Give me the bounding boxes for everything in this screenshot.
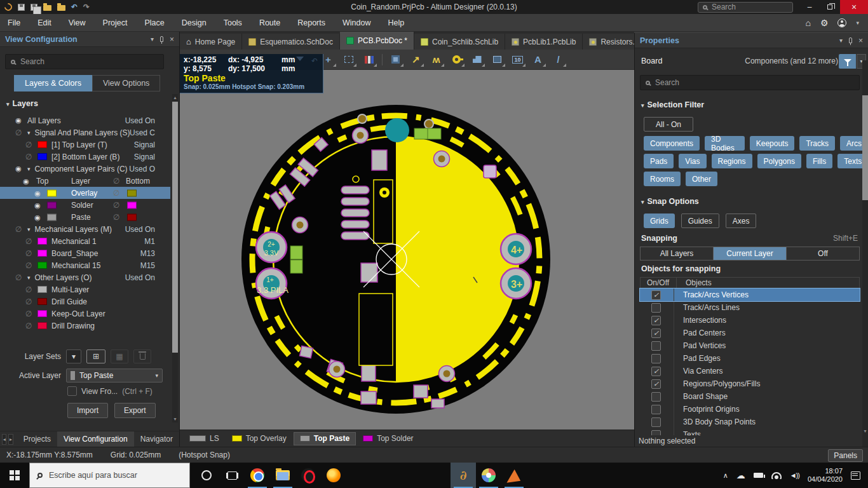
snap-options-header[interactable]: ▾Snap Options <box>641 197 699 206</box>
undo-icon[interactable]: ↶ <box>71 3 78 11</box>
eye-off-icon[interactable]: ∅ <box>24 309 33 318</box>
eye-off-icon[interactable]: ∅ <box>112 213 121 222</box>
layer-row-all-layers[interactable]: ◉ All Layers Used On <box>0 114 170 126</box>
layer-color-swatch[interactable] <box>37 310 47 317</box>
route-tool-icon[interactable]: ↗ <box>409 53 423 67</box>
doc-tab-esquematico[interactable]: Esquematico.SchDoc <box>242 34 340 50</box>
tab-navigator[interactable]: Navigator <box>134 431 179 447</box>
checkbox[interactable]: ✓ <box>651 329 661 338</box>
cortana-button[interactable] <box>194 463 219 488</box>
volume-icon[interactable]: ◄)) <box>790 471 799 479</box>
eye-off-icon[interactable]: ∅ <box>24 249 33 258</box>
right-panel-scrollbar[interactable]: ▾ <box>862 60 868 447</box>
global-search-input[interactable] <box>712 3 788 11</box>
line-tool-icon[interactable]: / <box>551 53 566 67</box>
snap-object-row[interactable]: Board Shape <box>640 390 860 403</box>
eye-off-icon[interactable]: ∅ <box>14 225 23 234</box>
layer-color-swatch[interactable] <box>37 153 47 160</box>
pad-tool-icon[interactable] <box>362 53 376 67</box>
checkbox[interactable] <box>651 405 661 414</box>
bottom-solder-swatch[interactable] <box>127 201 137 208</box>
open-folder-icon[interactable] <box>43 5 51 11</box>
menu-reports[interactable]: Reports <box>297 18 325 27</box>
global-search-box[interactable] <box>698 2 793 13</box>
filter-pads-button[interactable]: Pads <box>644 154 674 168</box>
eye-off-icon[interactable]: ∅ <box>14 273 23 282</box>
wifi-icon[interactable] <box>771 472 782 479</box>
view-from-checkbox[interactable] <box>67 386 77 396</box>
menu-view[interactable]: View <box>69 18 86 27</box>
eye-on-icon[interactable]: ◉ <box>33 189 42 197</box>
top-solder-swatch[interactable] <box>47 201 57 208</box>
filter-tracks-button[interactable]: Tracks <box>799 136 835 151</box>
component-tool-icon[interactable] <box>388 53 403 67</box>
eye-off-icon[interactable]: ∅ <box>24 285 33 294</box>
pin-icon[interactable] <box>160 36 163 42</box>
snap-object-row[interactable]: ✓Pad Centers <box>640 327 860 339</box>
selection-filter-header[interactable]: ▾Selection Filter <box>641 100 704 109</box>
eye-on-icon[interactable]: ◉ <box>33 201 42 209</box>
filter-regions-button[interactable]: Regions <box>712 154 752 168</box>
menu-window[interactable]: Window <box>342 18 370 27</box>
user-dropdown-icon[interactable]: ▾ <box>856 20 859 26</box>
expand-icon[interactable]: ▾ <box>27 130 31 136</box>
layers-search-box[interactable] <box>5 54 164 69</box>
all-on-button[interactable]: All - On <box>644 117 693 132</box>
matlab-button[interactable] <box>501 463 527 488</box>
snap-guides-button[interactable]: Guides <box>681 214 719 228</box>
home-icon[interactable]: ⌂ <box>805 18 810 28</box>
polygon-tool-icon[interactable] <box>470 53 484 67</box>
filter-keepouts-button[interactable]: Keepouts <box>750 136 795 151</box>
pcb-editor-canvas[interactable]: 2+ 3.3V 1+ 3.3 PILA 4+ 3+ <box>180 70 634 430</box>
scroll-up-icon[interactable]: ▴ <box>172 95 178 100</box>
scroll-down-icon[interactable]: ▾ <box>862 428 868 434</box>
layer-row-top-layer[interactable]: ∅ [1] Top Layer (T) Signal <box>0 139 170 151</box>
save-icon[interactable] <box>18 4 25 11</box>
filter-other-button[interactable]: Other <box>686 172 717 186</box>
top-paste-swatch[interactable] <box>47 214 57 220</box>
eye-off-icon[interactable]: ∅ <box>24 322 33 330</box>
menu-tools[interactable]: Tools <box>224 18 242 27</box>
top-overlay-swatch[interactable] <box>47 189 57 196</box>
menu-help[interactable]: Help <box>388 18 404 27</box>
start-button[interactable] <box>0 463 29 488</box>
doc-tab-coin-schlib[interactable]: Coin_Schlib.SchLib <box>414 34 505 50</box>
eye-off-icon[interactable]: ∅ <box>24 237 33 246</box>
layer-group-mechanical[interactable]: ∅ ▾ Mechanical Layers (M) Used On <box>0 223 170 235</box>
layer-row-drill-drawing[interactable]: ∅ Drill Drawing <box>0 320 170 332</box>
differential-pair-tool-icon[interactable]: ʍ <box>429 53 444 67</box>
snapping-off[interactable]: Off <box>787 247 859 260</box>
region-tool-icon[interactable] <box>490 53 505 67</box>
eye-on-icon[interactable]: ◉ <box>33 213 42 221</box>
layer-color-swatch[interactable] <box>37 322 47 329</box>
snap-object-row[interactable]: Footprint Origins <box>640 403 860 416</box>
taskbar-search-box[interactable] <box>29 463 190 488</box>
layer-group-other[interactable]: ∅ ▾ Other Layers (O) Used On <box>0 271 170 283</box>
menu-place[interactable]: Place <box>144 18 164 27</box>
left-panel-scrollbar[interactable]: ▴ ▾ <box>172 94 178 423</box>
eye-off-icon[interactable]: ∅ <box>112 201 121 210</box>
layer-pair-solder[interactable]: ◉ Solder ∅ <box>0 199 170 211</box>
close-button[interactable]: × <box>840 0 868 14</box>
filter-vias-button[interactable]: Vias <box>679 154 706 168</box>
onedrive-icon[interactable]: ☁ <box>736 470 745 480</box>
user-icon[interactable] <box>837 18 846 27</box>
tab-layers-and-colors[interactable]: Layers & Colors <box>14 75 92 92</box>
layer-group-signal-plane[interactable]: ∅ ▾ Signal And Plane Layers (S) Used C <box>0 126 170 139</box>
doc-tab-pcb[interactable]: PCB.PcbDoc * <box>340 32 414 50</box>
battery-icon[interactable] <box>754 473 763 478</box>
filter-fills-button[interactable]: Fills <box>806 154 832 168</box>
taskbar-clock[interactable]: 18:07 04/04/2020 <box>808 467 843 484</box>
eye-off-icon[interactable]: ∅ <box>14 128 23 137</box>
layer-pair-overlay[interactable]: ◉ Overlay ∅ <box>0 187 170 199</box>
checkbox[interactable] <box>651 392 661 402</box>
open-project-icon[interactable] <box>57 5 65 11</box>
snap-object-row[interactable]: Pad Vertices <box>640 339 860 352</box>
layer-color-swatch[interactable] <box>37 298 47 305</box>
tab-projects[interactable]: Projects <box>17 431 57 447</box>
eye-off-icon[interactable]: ∅ <box>24 152 33 161</box>
layers-section-header[interactable]: ▾Layers <box>6 99 38 108</box>
snapping-all-layers[interactable]: All Layers <box>641 247 714 260</box>
snap-object-row[interactable]: ✓Intersections <box>640 314 860 327</box>
paint-button[interactable] <box>476 463 501 488</box>
